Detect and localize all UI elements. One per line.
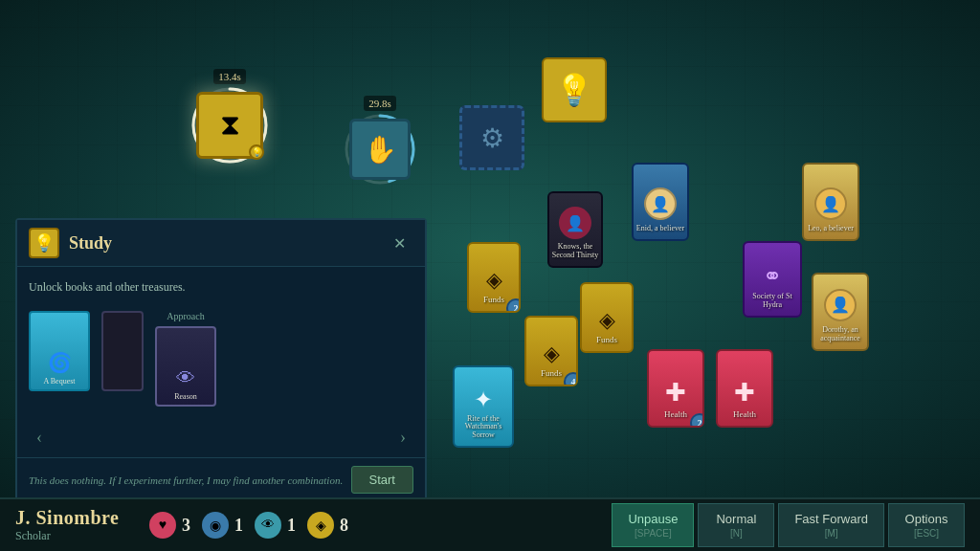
work-timer[interactable]: 29.8s ✋	[345, 96, 415, 185]
health-stat-icon: ♥	[149, 512, 176, 539]
ritual-card[interactable]: ✦ Rite of the Watchman's Sorrow	[453, 365, 514, 448]
enemy-card[interactable]: 👤 Knows, the Second Thirsty	[547, 191, 603, 268]
normal-button[interactable]: Normal [N]	[698, 503, 774, 547]
society-label: Society of St Hydra	[745, 290, 800, 312]
dream-icon: ⚙	[480, 122, 504, 154]
enid-label: Enid, a believer	[635, 222, 686, 235]
ritual-icon: ✦	[474, 386, 493, 413]
funds-top-icon: 💡	[555, 72, 593, 108]
society-card[interactable]: ⚭ Society of St Hydra	[743, 241, 802, 318]
mind-stat: ◉ 1	[202, 512, 243, 539]
study-panel-header: 💡 Study ✕	[17, 220, 425, 267]
study-close-button[interactable]: ✕	[386, 231, 413, 256]
funds-stat-value: 8	[340, 516, 348, 536]
player-class: Scholar	[15, 529, 130, 543]
mind-stat-icon: ◉	[202, 512, 229, 539]
panel-hint: This does nothing. If I experiment furth…	[29, 474, 351, 486]
mind-stat-value: 1	[234, 516, 243, 536]
panel-nav: ‹ ›	[17, 418, 425, 457]
options-button[interactable]: Options [ESC]	[888, 503, 965, 547]
game-table: 13.4s ⧗ 💡 29.8s ✋	[0, 0, 980, 497]
health-stat-value: 3	[182, 516, 190, 536]
bequest-slot-card[interactable]: 🌀 A Bequest	[29, 311, 90, 391]
reason-slot-card[interactable]: 👁 Reason	[155, 326, 216, 407]
player-name: J. Sinombre	[15, 507, 130, 529]
player-info: J. Sinombre Scholar	[15, 507, 130, 543]
funds-stat: ◈ 8	[307, 512, 348, 539]
health-card-2[interactable]: ✚ Health	[716, 349, 773, 428]
study-timer[interactable]: 13.4s ⧗ 💡	[191, 69, 268, 164]
study-verb-box[interactable]: ⧗ 💡	[196, 92, 263, 159]
work-timer-label: 29.8s	[364, 96, 396, 111]
health-card-1[interactable]: ✚ Health 2	[647, 349, 704, 428]
funds-stat-icon: ◈	[307, 512, 334, 539]
reason-icon: 👁	[176, 367, 195, 389]
funds-label-3: Funds	[594, 333, 619, 347]
bequest-icon: 🌀	[48, 351, 72, 374]
bequest-label: A Bequest	[43, 377, 75, 386]
start-button[interactable]: Start	[351, 466, 413, 494]
study-icon: ⧗	[220, 109, 240, 143]
dream-slot[interactable]: ⚙	[459, 105, 524, 170]
society-icon: ⚭	[763, 263, 782, 290]
funds-card-2[interactable]: ◈ Funds 4	[524, 316, 578, 386]
bottom-bar: J. Sinombre Scholar ♥ 3 ◉ 1 👁 1 ◈ 8 Unpa…	[0, 497, 980, 551]
work-verb-box[interactable]: ✋	[349, 119, 411, 180]
work-icon: ✋	[364, 134, 397, 165]
study-description: Unlock books and other treasures.	[29, 278, 413, 296]
panel-footer: This does nothing. If I experiment furth…	[17, 457, 425, 497]
funds-icon-1: ◈	[486, 268, 502, 293]
bottom-buttons: Unpause [SPACE] Normal [N] Fast Forward …	[612, 503, 965, 547]
health-icon-2: ✚	[734, 378, 755, 408]
dorothy-label: Dorothy, an acquaintance	[813, 323, 867, 345]
nav-next-button[interactable]: ›	[392, 424, 413, 452]
reason-label: Reason	[174, 392, 197, 401]
study-timer-label: 13.4s	[213, 69, 246, 84]
leo-label: Leo, a believer	[806, 222, 856, 235]
leo-card[interactable]: 👤 Leo, a believer	[802, 163, 859, 241]
funds-label-1: Funds	[481, 293, 506, 307]
approach-label: Approach	[167, 311, 204, 321]
study-panel: 💡 Study ✕ Unlock books and other treasur…	[15, 218, 427, 497]
unpause-button[interactable]: Unpause [SPACE]	[612, 503, 694, 547]
funds-card-3[interactable]: ◈ Funds	[580, 282, 634, 353]
health-label-2: Health	[731, 408, 758, 422]
funds-top-card[interactable]: 💡	[542, 57, 607, 122]
reason-stat: 👁 1	[255, 512, 296, 539]
funds-card-1[interactable]: ◈ Funds 2	[467, 242, 521, 313]
study-panel-icon: 💡	[29, 228, 59, 258]
health-label-1: Health	[662, 408, 689, 422]
funds-label-2: Funds	[539, 366, 564, 381]
enemy-label: Knows, the Second Thirsty	[549, 241, 601, 262]
nav-prev-button[interactable]: ‹	[29, 424, 50, 452]
dream-verb-box[interactable]: ⚙	[459, 105, 524, 170]
fast-forward-button[interactable]: Fast Forward [M]	[778, 503, 884, 547]
reason-stat-icon: 👁	[255, 512, 281, 539]
enid-card[interactable]: 👤 Enid, a believer	[632, 163, 689, 241]
study-panel-title: Study	[69, 233, 112, 253]
health-icon-1: ✚	[665, 378, 686, 408]
funds-icon-3: ◈	[599, 308, 615, 333]
dorothy-card[interactable]: 👤 Dorothy, an acquaintance	[812, 273, 869, 351]
ritual-label: Rite of the Watchman's Sorrow	[455, 413, 512, 442]
funds-icon-2: ◈	[544, 342, 560, 366]
reason-stat-value: 1	[287, 516, 296, 536]
study-panel-body: Unlock books and other treasures. 🌀 A Be…	[17, 267, 425, 418]
health-stat: ♥ 3	[149, 512, 190, 539]
empty-slot-card[interactable]	[101, 311, 144, 391]
